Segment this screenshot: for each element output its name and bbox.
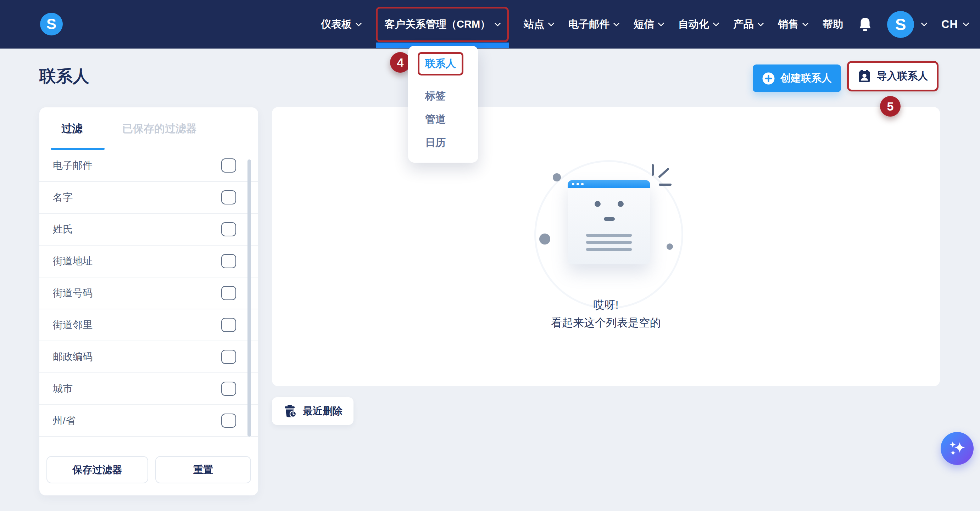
filter-checkbox-first-name[interactable]	[221, 190, 236, 205]
create-contact-button[interactable]: 创建联系人	[753, 65, 841, 92]
nav-item-sms[interactable]: 短信	[633, 17, 663, 32]
decor-spark-line	[652, 164, 654, 176]
contact-card-icon	[858, 70, 871, 83]
chevron-down-icon	[963, 20, 969, 26]
browser-dot	[576, 183, 579, 185]
filter-checkbox-last-name[interactable]	[221, 222, 236, 236]
filter-checkbox-email[interactable]	[221, 159, 236, 173]
filter-row-street-number[interactable]: 街道号码	[39, 278, 258, 309]
language-selector[interactable]: CH	[941, 18, 968, 31]
empty-state-illustration	[568, 180, 650, 264]
brand-logo[interactable]: S	[40, 13, 63, 35]
filter-checkbox-city[interactable]	[221, 382, 236, 396]
filter-label: 城市	[53, 382, 73, 395]
recently-deleted-button[interactable]: 最近删除	[272, 397, 353, 425]
nav-item-crm[interactable]: 客户关系管理（CRM）	[376, 7, 509, 42]
filter-row-email[interactable]: 电子邮件	[39, 150, 258, 182]
chevron-down-icon	[658, 20, 664, 26]
filter-row-state[interactable]: 州/省	[39, 405, 258, 437]
decor-spark-line	[658, 168, 670, 178]
illustration-eye	[595, 201, 601, 207]
filter-label: 街道地址	[53, 254, 92, 268]
nav-label: 帮助	[822, 17, 843, 32]
sidebar-tabs: 过滤 已保存的过滤器	[39, 107, 258, 150]
reset-filter-button[interactable]: 重置	[155, 456, 251, 483]
dropdown-item-tags[interactable]: 标签	[425, 89, 478, 103]
filter-checkbox-street-address[interactable]	[221, 254, 236, 268]
page-title: 联系人	[39, 65, 89, 87]
filter-checkbox-neighborhood[interactable]	[221, 318, 236, 332]
save-filter-button[interactable]: 保存过滤器	[46, 456, 148, 483]
main-nav: 仪表板 客户关系管理（CRM） 站点 电子邮件 短信 自动化	[321, 0, 968, 49]
filter-label: 姓氏	[53, 222, 73, 236]
plus-circle-icon	[762, 72, 775, 85]
empty-state-line2: 看起来这个列表是空的	[272, 314, 940, 332]
filter-label: 街道邻里	[53, 318, 92, 332]
chevron-down-icon	[802, 20, 808, 26]
dropdown-item-calendar[interactable]: 日历	[425, 136, 478, 150]
dropdown-item-contacts[interactable]: 联系人	[425, 58, 456, 69]
browser-dot	[581, 183, 584, 185]
decor-dot	[553, 173, 561, 181]
chevron-down-icon	[921, 20, 927, 26]
brand-logo-letter: S	[46, 16, 56, 33]
nav-item-help[interactable]: 帮助	[822, 17, 843, 32]
filter-list-scrollbar[interactable]	[248, 159, 251, 436]
chevron-down-icon	[494, 20, 501, 26]
filter-label: 电子邮件	[53, 159, 92, 172]
filter-label: 州/省	[53, 414, 76, 427]
nav-item-email[interactable]: 电子邮件	[568, 17, 619, 32]
chevron-down-icon	[613, 20, 619, 26]
import-contact-button[interactable]: 导入联系人	[849, 63, 937, 90]
sparkles-icon	[947, 438, 967, 459]
decor-dot	[539, 233, 550, 244]
notifications-bell-icon[interactable]	[858, 17, 872, 32]
tab-filters[interactable]: 过滤	[61, 122, 83, 136]
filter-label: 邮政编码	[53, 350, 92, 363]
filter-row-first-name[interactable]: 名字	[39, 182, 258, 214]
contacts-list-panel: 哎呀! 看起来这个列表是空的	[272, 107, 940, 386]
nav-label: 客户关系管理（CRM）	[385, 17, 490, 32]
top-navbar: S 仪表板 客户关系管理（CRM） 站点 电子邮件 短信	[0, 0, 980, 49]
filter-row-street-address[interactable]: 街道地址	[39, 246, 258, 278]
illustration-text-line	[586, 241, 632, 244]
avatar-letter: S	[895, 15, 906, 34]
chevron-down-icon	[713, 20, 719, 26]
avatar: S	[887, 11, 914, 38]
empty-state-message: 哎呀! 看起来这个列表是空的	[272, 296, 940, 332]
filter-checkbox-postal-code[interactable]	[221, 350, 236, 364]
decor-dot	[667, 243, 673, 250]
illustration-text-line	[586, 248, 632, 251]
filter-row-last-name[interactable]: 姓氏	[39, 214, 258, 246]
filter-row-postal-code[interactable]: 邮政编码	[39, 341, 258, 373]
nav-label: 产品	[733, 17, 754, 32]
nav-label: 销售	[778, 17, 799, 32]
tab-saved-filters[interactable]: 已保存的过滤器	[123, 122, 197, 136]
nav-label: 电子邮件	[568, 17, 609, 32]
filter-row-city[interactable]: 城市	[39, 373, 258, 405]
chevron-down-icon	[355, 20, 362, 26]
nav-item-sites[interactable]: 站点	[524, 17, 554, 32]
annotation-step-badge-5: 5	[880, 96, 900, 117]
import-contact-label: 导入联系人	[877, 69, 928, 83]
user-menu[interactable]: S	[887, 11, 926, 38]
app-root: S 仪表板 客户关系管理（CRM） 站点 电子邮件 短信	[0, 0, 980, 511]
nav-item-dashboard[interactable]: 仪表板	[321, 17, 361, 32]
filter-row-neighborhood[interactable]: 街道邻里	[39, 309, 258, 341]
filter-list: 电子邮件 名字 姓氏 街道地址 街道号码 街道邻里	[39, 150, 258, 437]
ai-assistant-fab[interactable]	[941, 432, 974, 465]
filter-checkbox-state[interactable]	[221, 414, 236, 428]
filter-checkbox-street-number[interactable]	[221, 286, 236, 300]
nav-label: 自动化	[678, 17, 709, 32]
nav-item-products[interactable]: 产品	[733, 17, 763, 32]
sidebar-actions: 保存过滤器 重置	[39, 456, 258, 483]
nav-item-sales[interactable]: 销售	[778, 17, 808, 32]
annotation-box-contacts: 联系人	[418, 52, 463, 76]
nav-item-automation[interactable]: 自动化	[678, 17, 718, 32]
chevron-down-icon	[757, 20, 764, 26]
chevron-down-icon	[548, 20, 554, 26]
recently-deleted-label: 最近删除	[303, 404, 342, 418]
language-code: CH	[941, 18, 958, 31]
illustration-text-line	[586, 234, 632, 237]
dropdown-item-pipelines[interactable]: 管道	[425, 112, 478, 127]
